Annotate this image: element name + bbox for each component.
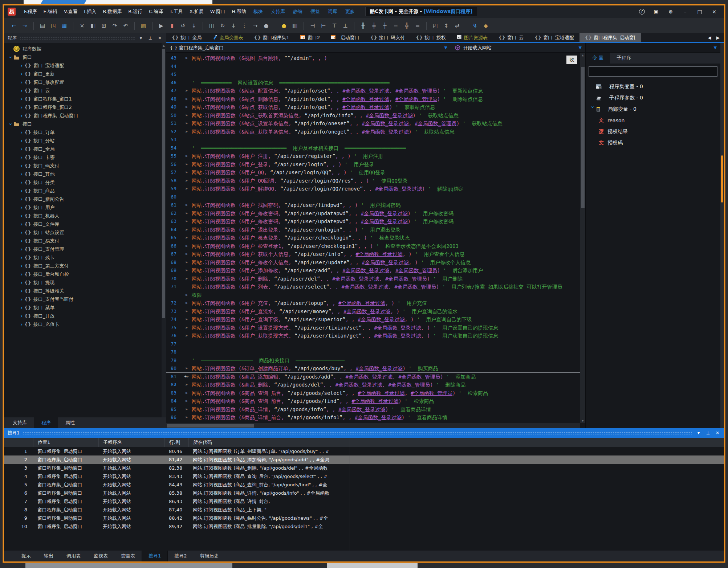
code-line[interactable]: 62»网站.订阅视图函数 (&用户_修改密码, “/api/user/updat… — [166, 209, 580, 218]
code-line[interactable]: 52»网站.订阅视图函数 (&站点_获取单条信息, “/api/info/one… — [166, 128, 580, 136]
output-tab-输出[interactable]: 输出 — [37, 551, 60, 561]
table-row[interactable]: 8窗口程序集_启动窗口开始载入网站87,40网站.订阅视图函数 (商品_上下架,… — [4, 506, 724, 514]
code-line[interactable]: 65»网站.订阅视图函数 (&用户_检查登录, “/api/user/check… — [166, 234, 580, 242]
code-line[interactable]: 72»网站.订阅视图函数 (&用户_充值, “/api/user/topup”,… — [166, 299, 580, 307]
code-line[interactable]: 69»网站.订阅视图函数 (&用户_添加修改, “/api/user/add”,… — [166, 266, 580, 275]
code-line[interactable]: 71»网站.订阅视图函数 (&用户_列表, “/api/user/select”… — [166, 283, 580, 299]
more-dots-icon[interactable]: ⋮ — [240, 21, 249, 30]
chevron-right-icon[interactable]: › — [19, 229, 24, 236]
table-row[interactable]: 4窗口程序集_启动窗口开始载入网站83,43网站.订阅视图函数 (商品_查询_后… — [4, 472, 724, 481]
window-preview-icon[interactable]: ◫ — [207, 21, 216, 30]
copy-icon[interactable]: ◧ — [88, 21, 98, 30]
variables-tree-item[interactable]: 文reason — [586, 115, 720, 126]
scrollbar-thumb[interactable] — [167, 424, 254, 428]
tree-item[interactable]: ›{ }接口_分站 — [4, 136, 166, 145]
doc-tab[interactable]: 全局变量表 — [207, 33, 249, 42]
code-line[interactable]: 79' ═════════════════ 商品相关接口 ═══════════… — [166, 356, 580, 365]
chevron-right-icon[interactable]: › — [19, 221, 24, 228]
tree-item[interactable]: ›{ }接口_残卡 — [4, 253, 166, 262]
chevron-right-icon[interactable]: › — [19, 313, 24, 319]
nav-forward-icon[interactable]: → — [20, 21, 29, 30]
chevron-right-icon[interactable]: › — [19, 188, 24, 194]
tree-item[interactable]: ›{ }接口_开放 — [4, 312, 166, 320]
sidebar-tab-程序[interactable]: 程序 — [34, 417, 58, 428]
menu-item[interactable]: C.编译 — [146, 8, 166, 15]
tree-item[interactable]: ›{ }接口_支付宝当面付 — [4, 295, 166, 303]
chevron-right-icon[interactable]: › — [19, 271, 24, 278]
goto-icon[interactable]: → — [251, 21, 260, 30]
chevron-right-icon[interactable]: › — [19, 154, 24, 161]
chevron-right-icon[interactable]: › — [19, 254, 24, 261]
tree-item[interactable]: ›{ }接口_支付管理 — [4, 245, 166, 253]
redo-icon[interactable]: ↷ — [110, 21, 119, 30]
doc-tab[interactable]: { }接口_全局 — [166, 33, 207, 42]
tree-item[interactable]: ›{ }窗口程序集_窗口2 — [4, 103, 166, 111]
menu-item[interactable]: V.查看 — [61, 8, 81, 15]
compile-flash-icon[interactable]: ↯ — [470, 21, 480, 30]
paste-icon[interactable]: ⊞ — [99, 21, 109, 30]
center-vertical-icon[interactable]: ╪ — [369, 21, 379, 30]
doc-tab[interactable]: _启动窗口 — [325, 33, 365, 42]
close-button[interactable]: × — [711, 9, 717, 15]
search-column-header[interactable] — [4, 438, 33, 447]
swap-icon[interactable]: ⇄ — [452, 21, 462, 30]
table-row[interactable]: 5窗口程序集_启动窗口开始载入网站84,43网站.订阅视图函数 (商品_查询_前… — [4, 481, 724, 489]
menu-item[interactable]: E.编辑 — [40, 8, 61, 15]
chevron-right-icon[interactable]: › — [19, 96, 24, 102]
insert-down-icon[interactable]: ↓ — [229, 21, 238, 30]
tools-icon[interactable]: ◆ — [481, 21, 491, 30]
chevron-right-icon[interactable]: › — [19, 321, 24, 328]
output-tab-调用表[interactable]: 调用表 — [60, 551, 87, 561]
tree-item[interactable]: ☺程序数据 — [4, 45, 166, 53]
tree-item[interactable]: ›{ }接口_站点设置 — [4, 228, 166, 237]
new-file-icon[interactable]: ▤ — [38, 21, 47, 30]
tree-item[interactable]: ›{ }接口_订单 — [4, 128, 166, 136]
doc-tab[interactable]: { }窗口_云 — [493, 33, 529, 42]
code-line[interactable]: 50»网站.订阅视图函数 (&站点_获取首页渲染信息, “/api/info/i… — [166, 111, 580, 120]
code-line[interactable]: 46' ══════════ 网站设置的信息 ═════════════════… — [166, 79, 580, 87]
save-icon[interactable]: ▦ — [60, 21, 69, 30]
doc-tab[interactable]: { }窗口_宝塔适配 — [529, 33, 579, 42]
tree-item[interactable]: ›{ }窗口程序集_启动窗口 — [4, 111, 166, 120]
note-icon[interactable]: ▥ — [290, 21, 300, 30]
menu-item[interactable]: H.帮助 — [228, 8, 249, 15]
variables-tree-item[interactable]: e程序集变量 - 0 — [586, 81, 720, 92]
search-panel-pin-icon[interactable]: ⊥ — [705, 430, 711, 436]
chevron-right-icon[interactable]: › — [19, 196, 24, 203]
variables-tab-子程序[interactable]: 子程序 — [610, 53, 638, 64]
code-line[interactable]: 86»网站.订阅视图函数 (&商品_详情_前台, “/api/goods/inf… — [166, 413, 580, 422]
size-to-fit-icon[interactable]: ◰ — [431, 21, 440, 30]
chevron-right-icon[interactable]: › — [19, 288, 24, 294]
chevron-right-icon[interactable]: › — [19, 104, 24, 111]
chevron-right-icon[interactable]: › — [19, 87, 24, 94]
tree-item[interactable]: ›{ }接口_码支付 — [4, 162, 166, 170]
code-line[interactable]: 82»网站.订阅视图函数 (&商品_删除, “/api/goods/del”, … — [166, 381, 580, 389]
code-line[interactable]: 68»网站.订阅视图函数 (&用户_修改个人信息, “/api/user/upd… — [166, 258, 580, 267]
collapse-button[interactable]: 收 — [566, 56, 577, 64]
output-tab-剪辑历史[interactable]: 剪辑历史 — [194, 551, 225, 561]
code-line[interactable]: 59»网站.订阅视图函数 (&用户_解绑QQ, “/api/user/login… — [166, 185, 580, 193]
code-line[interactable]: 54' ════════════════════════════ 用户及登录相关… — [166, 144, 580, 152]
doc-tab[interactable]: 图片资源表 — [451, 33, 493, 42]
chevron-right-icon[interactable]: › — [19, 71, 24, 77]
code-line[interactable]: 84»网站.订阅视图函数 (&商品_查询_前台, “/api/goods/fin… — [166, 397, 580, 405]
same-width-icon[interactable]: ┼ — [380, 21, 390, 30]
tree-item[interactable]: ›{ }窗口_更新 — [4, 70, 166, 78]
tree-item[interactable]: ›{ }接口_机器人 — [4, 212, 166, 220]
output-tab-提示[interactable]: 提示 — [15, 551, 37, 561]
code-line[interactable]: 61»网站.订阅视图函数 (&用户_找回密码, “/api/user/findp… — [166, 201, 580, 209]
breadcrumb-class[interactable]: { } 窗口程序集_启动窗口 ▼ — [166, 45, 451, 51]
search-panel-close-icon[interactable]: ✕ — [715, 430, 720, 436]
menu-item[interactable]: R.运行 — [125, 8, 146, 15]
search-column-header[interactable]: 行,列 — [164, 438, 188, 447]
tree-item[interactable]: ›{ }接口_其他 — [4, 170, 166, 178]
fit-vertical-icon[interactable]: ↕ — [442, 21, 451, 30]
output-tab-变量表[interactable]: 变量表 — [114, 551, 142, 561]
code-line[interactable]: 63»网站.订阅视图函数 (&用户_修改密码, “/api/user/updat… — [166, 217, 580, 226]
run-icon[interactable]: ▶ — [156, 21, 166, 30]
maximize-button[interactable]: □ — [696, 9, 703, 15]
tree-item[interactable]: ›{ }接口_卡密 — [4, 153, 166, 162]
chevron-down-icon[interactable]: › — [589, 106, 596, 113]
align-top-icon[interactable]: ⊤ — [330, 21, 339, 30]
restart-icon[interactable]: ↺ — [178, 21, 188, 30]
